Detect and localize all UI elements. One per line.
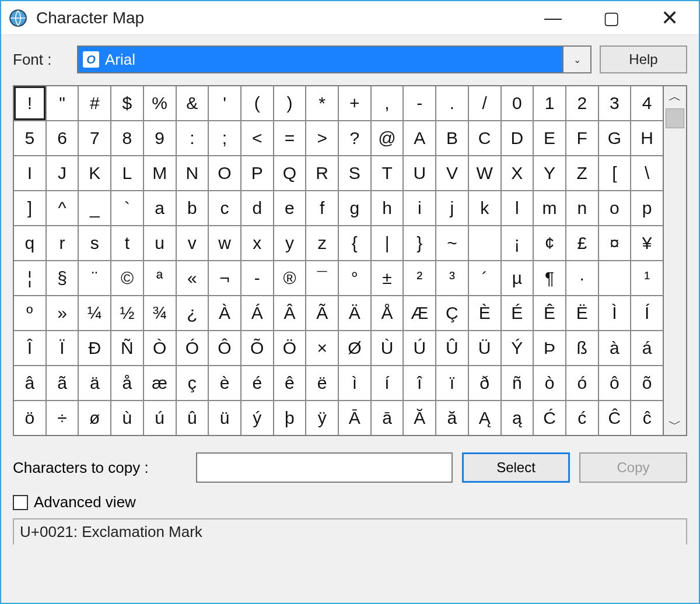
character-cell[interactable]: X xyxy=(502,156,533,190)
character-cell[interactable]: 6 xyxy=(47,121,78,155)
character-cell[interactable]: E xyxy=(534,121,565,155)
character-cell[interactable]: ¼ xyxy=(79,296,110,330)
character-cell[interactable]: Í xyxy=(631,296,663,330)
character-cell[interactable]: µ xyxy=(502,261,533,295)
character-cell[interactable]: à xyxy=(599,331,631,365)
character-cell[interactable]: · xyxy=(566,261,598,295)
character-cell[interactable]: ú xyxy=(144,401,176,435)
character-cell[interactable]: Ì xyxy=(599,296,631,330)
character-cell[interactable]: ì xyxy=(339,366,370,400)
character-cell[interactable]: ¨ xyxy=(79,261,110,295)
character-cell[interactable]: Ă xyxy=(404,401,435,435)
character-cell[interactable]: ° xyxy=(339,261,370,295)
character-cell[interactable]: 0 xyxy=(502,86,533,120)
character-cell[interactable]: q xyxy=(14,226,46,260)
character-cell[interactable]: Ò xyxy=(144,331,176,365)
character-cell[interactable]: ÿ xyxy=(306,401,338,435)
character-cell[interactable]: ¥ xyxy=(631,226,663,260)
character-cell[interactable]: G xyxy=(599,121,631,155)
character-cell[interactable]: Ï xyxy=(47,331,78,365)
character-cell[interactable]: ³ xyxy=(436,261,468,295)
character-cell[interactable]: $ xyxy=(111,86,143,120)
character-cell[interactable]: ö xyxy=(14,401,46,435)
character-cell[interactable]: ÷ xyxy=(47,401,78,435)
character-cell[interactable]: ó xyxy=(566,366,598,400)
character-cell[interactable]: u xyxy=(144,226,176,260)
help-button[interactable]: Help xyxy=(600,45,687,73)
character-cell[interactable]: À xyxy=(209,296,240,330)
character-cell[interactable]: m xyxy=(534,191,565,225)
character-cell[interactable]: } xyxy=(404,226,435,260)
character-cell[interactable]: _ xyxy=(79,191,110,225)
character-cell[interactable]: û xyxy=(177,401,208,435)
character-cell[interactable]: + xyxy=(339,86,370,120)
character-cell[interactable]: ð xyxy=(469,366,501,400)
character-cell[interactable]: a xyxy=(144,191,176,225)
character-cell[interactable]: ă xyxy=(436,401,468,435)
character-cell[interactable]: i xyxy=(404,191,435,225)
character-cell[interactable]: Ù xyxy=(372,331,403,365)
character-cell[interactable]: ù xyxy=(111,401,143,435)
character-cell[interactable]: ¢ xyxy=(534,226,565,260)
character-cell[interactable]: ā xyxy=(372,401,403,435)
character-cell[interactable]: ñ xyxy=(502,366,533,400)
character-cell[interactable]: { xyxy=(339,226,370,260)
character-cell[interactable]: Â xyxy=(274,296,306,330)
character-cell[interactable]: ø xyxy=(79,401,110,435)
advanced-view-checkbox[interactable] xyxy=(13,495,28,510)
character-cell[interactable]: V xyxy=(436,156,468,190)
character-cell[interactable]: Ö xyxy=(274,331,306,365)
character-cell[interactable]: Ë xyxy=(566,296,598,330)
character-cell[interactable]: ± xyxy=(372,261,403,295)
maximize-button[interactable]: ▢ xyxy=(582,1,640,35)
character-cell[interactable]: Ć xyxy=(534,401,565,435)
character-cell[interactable]: < xyxy=(242,121,273,155)
character-cell[interactable]: Û xyxy=(436,331,468,365)
character-cell[interactable]: z xyxy=(306,226,338,260)
character-cell[interactable]: / xyxy=(469,86,501,120)
character-cell[interactable]: Õ xyxy=(242,331,273,365)
character-cell[interactable]: þ xyxy=(274,401,306,435)
character-cell[interactable]: Ã xyxy=(306,296,338,330)
character-cell[interactable]: y xyxy=(274,226,306,260)
character-cell[interactable]: ĉ xyxy=(631,401,663,435)
character-cell[interactable]: ô xyxy=(599,366,631,400)
character-cell[interactable]: î xyxy=(404,366,435,400)
character-cell[interactable]: P xyxy=(242,156,273,190)
scrollbar-thumb[interactable] xyxy=(666,108,684,128)
character-cell[interactable]: j xyxy=(436,191,468,225)
character-cell[interactable]: ] xyxy=(14,191,46,225)
scrollbar[interactable]: ︿ ﹀ xyxy=(663,86,686,435)
character-cell[interactable]: Ý xyxy=(502,331,533,365)
character-cell[interactable]: 3 xyxy=(599,86,631,120)
character-cell[interactable] xyxy=(599,261,631,295)
character-cell[interactable]: ë xyxy=(306,366,338,400)
character-cell[interactable]: ç xyxy=(177,366,208,400)
character-cell[interactable]: % xyxy=(144,86,176,120)
font-dropdown[interactable]: O Arial ⌄ xyxy=(77,45,592,73)
character-cell[interactable]: D xyxy=(502,121,533,155)
character-cell[interactable]: & xyxy=(177,86,208,120)
character-cell[interactable]: Ø xyxy=(339,331,370,365)
scroll-down-icon[interactable]: ﹀ xyxy=(664,414,686,435)
character-cell[interactable]: ) xyxy=(274,86,306,120)
character-cell[interactable]: Ā xyxy=(339,401,370,435)
character-cell[interactable]: 5 xyxy=(14,121,46,155)
character-cell[interactable]: ã xyxy=(47,366,78,400)
character-cell[interactable]: @ xyxy=(372,121,403,155)
character-cell[interactable]: l xyxy=(502,191,533,225)
minimize-button[interactable]: — xyxy=(524,1,582,35)
character-cell[interactable]: N xyxy=(177,156,208,190)
character-cell[interactable]: Ñ xyxy=(111,331,143,365)
character-cell[interactable]: ć xyxy=(566,401,598,435)
character-cell[interactable]: Ð xyxy=(79,331,110,365)
character-cell[interactable]: A xyxy=(404,121,435,155)
character-cell[interactable]: ¬ xyxy=(209,261,240,295)
character-cell[interactable]: o xyxy=(599,191,631,225)
character-cell[interactable]: : xyxy=(177,121,208,155)
character-cell[interactable]: [ xyxy=(599,156,631,190)
character-cell[interactable]: 1 xyxy=(534,86,565,120)
character-cell[interactable]: ; xyxy=(209,121,240,155)
character-cell[interactable]: U xyxy=(404,156,435,190)
character-cell[interactable]: È xyxy=(469,296,501,330)
